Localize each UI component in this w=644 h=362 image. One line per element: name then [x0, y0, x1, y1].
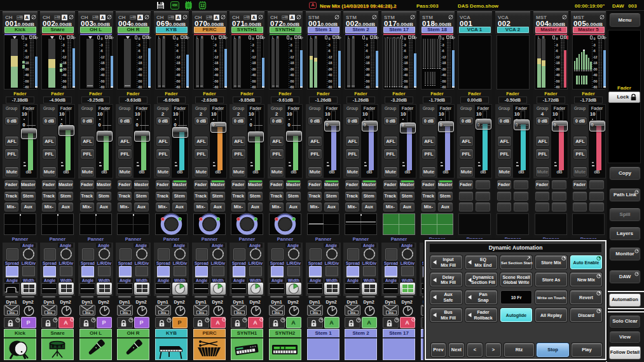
svg-text:12: 12 [200, 3, 205, 8]
